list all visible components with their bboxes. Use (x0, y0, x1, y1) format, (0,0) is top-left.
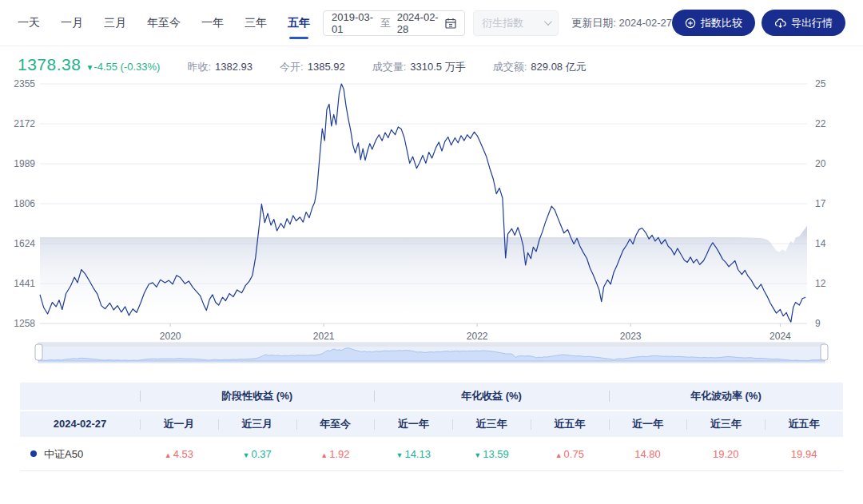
y-axis-right-label: 14 (815, 238, 826, 249)
stat-item: 成交量:3310.5 万手 (372, 60, 466, 74)
table-value-cell: ▼0.37 (218, 437, 296, 471)
table-col-header: 近三年 (686, 410, 765, 437)
y-axis-right-label: 17 (815, 198, 826, 209)
down-triangle-icon: ▼ (474, 451, 481, 459)
table-group-header: 阶段性收益 (%) (140, 383, 374, 410)
performance-table-wrap: 阶段性收益 (%)年化收益 (%)年化波动率 (%)2024-02-27近一月近… (20, 383, 843, 471)
last-price: 1378.38 (18, 55, 81, 74)
table-value-cell: 19.20 (686, 437, 765, 471)
chevron-down-icon (544, 18, 552, 26)
table-value-cell: ▼14.13 (374, 437, 452, 471)
y-axis-left-label: 2172 (14, 118, 35, 129)
stat-item: 成交额:829.08 亿元 (493, 60, 587, 74)
value-text: 1.92 (329, 448, 349, 460)
export-quotes-button[interactable]: 导出行情 (762, 10, 845, 36)
y-axis-right-label: 22 (815, 118, 826, 129)
table-col-header: 近一年 (609, 410, 687, 437)
daily-stats: 昨收:1382.93今开:1385.92成交量:3310.5 万手成交额:829… (187, 60, 586, 74)
table-col-header: 近五年 (531, 410, 609, 437)
x-axis-label: 2022 (467, 331, 488, 341)
quote-row: 1378.38 ▼-4.55 (-0.33%) 昨收:1382.93今开:138… (0, 46, 863, 76)
table-group-header: 年化波动率 (%) (609, 383, 843, 410)
navigator-handle-right[interactable] (821, 344, 828, 360)
stat-item: 昨收:1382.93 (187, 60, 253, 74)
price-change: ▼-4.55 (-0.33%) (86, 61, 160, 73)
value-text: 19.20 (713, 448, 739, 460)
y-axis-right-label: 25 (815, 78, 826, 89)
tab-一月[interactable]: 一月 (61, 16, 83, 30)
y-axis-left-label: 1624 (14, 238, 35, 249)
table-value-cell: 14.80 (609, 437, 687, 471)
y-axis-right-label: 9 (815, 318, 821, 329)
table-col-header: 近三月 (218, 410, 296, 437)
date-range-end[interactable]: 2024-02-28 (397, 11, 439, 35)
tab-年至今[interactable]: 年至今 (147, 16, 181, 30)
update-date-label: 更新日期: 2024-02-27 (571, 16, 672, 30)
up-triangle-icon: ▲ (555, 451, 563, 459)
value-text: 0.37 (251, 448, 271, 460)
x-axis-label: 2021 (313, 331, 335, 341)
navigator-handle-left[interactable] (35, 344, 42, 360)
table-value-cell: ▲1.92 (296, 437, 375, 471)
change-percent: (-0.33%) (121, 61, 161, 73)
index-quote-page: 一天一月三月年至今一年三年五年 2019-03-01 至 2024-02-28 … (0, 0, 863, 504)
up-triangle-icon: ▲ (320, 451, 328, 459)
value-text: 14.80 (634, 448, 661, 460)
tab-五年[interactable]: 五年 (288, 16, 310, 30)
tab-三年[interactable]: 三年 (245, 16, 267, 30)
tab-三月[interactable]: 三月 (104, 16, 126, 30)
value-text: 4.53 (173, 448, 193, 460)
date-range-picker[interactable]: 2019-03-01 至 2024-02-28 (323, 10, 465, 36)
date-range-separator: 至 (380, 16, 391, 30)
index-name-cell: 中证A50 (20, 437, 140, 471)
select-placeholder: 衍生指数 (482, 16, 523, 30)
change-value: -4.55 (93, 61, 117, 73)
y-axis-right-label: 12 (815, 278, 826, 289)
calendar-icon[interactable] (445, 18, 456, 29)
down-triangle-icon: ▼ (86, 63, 93, 72)
value-text: 19.94 (791, 448, 817, 460)
y-axis-left-label: 2355 (14, 78, 35, 89)
table-col-header: 近一年 (374, 410, 452, 437)
value-text: 13.59 (483, 448, 509, 460)
y-axis-right-label: 20 (815, 158, 826, 169)
secondary-area-series (40, 226, 807, 324)
toolbar: 一天一月三月年至今一年三年五年 2019-03-01 至 2024-02-28 … (0, 0, 863, 46)
x-axis-label: 2023 (620, 331, 642, 341)
x-axis-label: 2024 (770, 331, 791, 341)
down-triangle-icon: ▼ (243, 451, 250, 459)
tab-一年[interactable]: 一年 (201, 16, 224, 30)
y-axis-left-label: 1806 (14, 198, 35, 209)
y-axis-left-label: 1441 (14, 278, 35, 289)
table-value-cell: ▼13.59 (452, 437, 531, 471)
date-range-start[interactable]: 2019-03-01 (332, 11, 374, 35)
table-col-header: 近三年 (452, 410, 531, 437)
table-value-cell: 19.94 (765, 437, 843, 471)
circle-plus-icon (685, 18, 696, 29)
table-col-header: 近五年 (765, 410, 843, 437)
derivative-index-select[interactable]: 衍生指数 (473, 10, 559, 36)
series-dot (30, 450, 37, 457)
toolbar-buttons: 指数比较 导出行情 (672, 10, 845, 36)
table-group-header: 年化收益 (%) (374, 383, 608, 410)
table-group-spacer (20, 383, 140, 410)
table-date-header: 2024-02-27 (20, 410, 140, 437)
y-axis-left-label: 1258 (14, 318, 35, 329)
performance-table: 阶段性收益 (%)年化收益 (%)年化波动率 (%)2024-02-27近一月近… (20, 383, 843, 471)
price-history-chart[interactable]: 2355217219891806162414411258252220171412… (0, 76, 863, 341)
stat-item: 今开:1385.92 (280, 60, 345, 74)
time-range-tabs: 一天一月三月年至今一年三年五年 (18, 16, 310, 30)
navigator-top-strip (38, 343, 825, 347)
up-triangle-icon: ▲ (165, 451, 172, 459)
export-button-label: 导出行情 (791, 16, 833, 30)
tab-一天[interactable]: 一天 (18, 16, 40, 30)
table-col-header: 近一月 (140, 410, 218, 437)
table-value-cell: ▲4.53 (140, 437, 218, 471)
chart-navigator[interactable] (0, 341, 863, 367)
table-value-cell: ▲0.75 (531, 437, 609, 471)
value-text: 14.13 (404, 448, 431, 460)
table-col-header: 年至今 (296, 410, 375, 437)
index-name: 中证A50 (44, 437, 83, 471)
compare-index-button[interactable]: 指数比较 (672, 10, 755, 36)
compare-button-label: 指数比较 (701, 16, 742, 30)
